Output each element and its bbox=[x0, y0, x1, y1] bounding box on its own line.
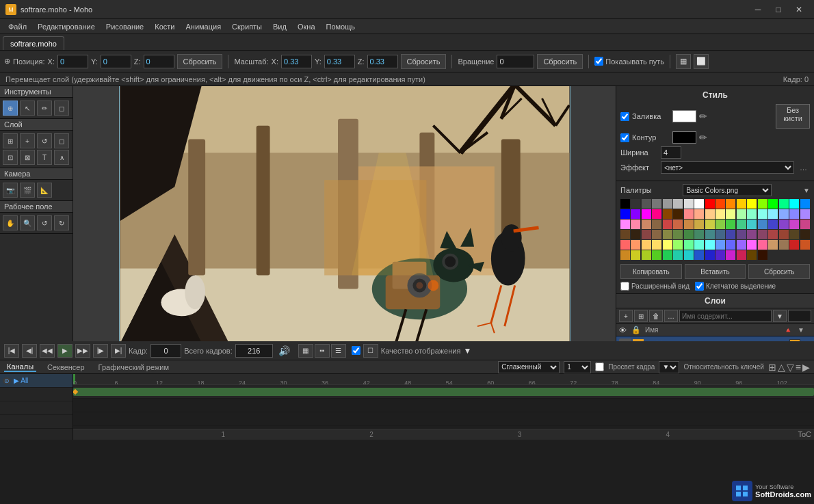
color-cell-100[interactable] bbox=[726, 250, 735, 260]
color-cell-11[interactable] bbox=[737, 199, 746, 209]
color-cell-82[interactable] bbox=[726, 240, 735, 250]
color-cell-76[interactable] bbox=[663, 240, 672, 250]
menu-edit[interactable]: Редактирование bbox=[32, 21, 101, 32]
cell-select-check[interactable]: Клетчатое выделение bbox=[695, 282, 776, 291]
menu-file[interactable]: Файл bbox=[3, 21, 32, 32]
frame-input[interactable] bbox=[150, 344, 181, 358]
color-cell-32[interactable] bbox=[768, 209, 778, 219]
color-cell-18[interactable] bbox=[620, 209, 630, 219]
color-cell-88[interactable] bbox=[789, 240, 799, 250]
z-input[interactable] bbox=[144, 55, 174, 68]
effect-more-icon[interactable]: … bbox=[797, 163, 810, 172]
fill-color-box[interactable] bbox=[672, 110, 696, 122]
extended-view-check[interactable]: Расширенный вид bbox=[620, 282, 690, 291]
reset-pos-button[interactable]: Сбросить bbox=[177, 54, 223, 69]
toolbar-icon-btn-2[interactable]: ⬜ bbox=[694, 54, 709, 69]
color-cell-36[interactable] bbox=[620, 220, 630, 229]
color-cell-5[interactable] bbox=[673, 199, 683, 209]
reset-scale-button[interactable]: Сбросить bbox=[401, 54, 447, 69]
color-cell-50[interactable] bbox=[768, 220, 778, 229]
color-cell-68[interactable] bbox=[768, 230, 778, 239]
minimize-button[interactable]: ─ bbox=[748, 3, 767, 16]
color-cell-94[interactable] bbox=[663, 250, 672, 260]
color-cell-38[interactable] bbox=[642, 220, 651, 229]
color-cell-7[interactable] bbox=[694, 199, 704, 209]
menu-anim[interactable]: Анимация bbox=[180, 21, 226, 32]
color-cell-2[interactable] bbox=[642, 199, 651, 209]
no-brush-btn[interactable]: Без кисти bbox=[776, 104, 810, 129]
menu-scripts[interactable]: Скрипты bbox=[226, 21, 267, 32]
copy-palette-button[interactable]: Копировать bbox=[620, 264, 682, 279]
tool-ws-3[interactable]: ↺ bbox=[37, 215, 52, 230]
layer-add-btn[interactable]: + bbox=[619, 310, 633, 322]
color-cell-89[interactable] bbox=[800, 240, 810, 250]
transport-back-btn[interactable]: ◀◀ bbox=[40, 344, 55, 358]
color-cell-25[interactable] bbox=[694, 209, 704, 219]
color-cell-19[interactable] bbox=[631, 209, 640, 219]
tl-icon-2[interactable]: △ bbox=[778, 362, 785, 373]
menu-windows[interactable]: Окна bbox=[292, 21, 321, 32]
layer-all-vis[interactable] bbox=[633, 339, 644, 342]
y-input[interactable] bbox=[101, 55, 131, 68]
color-cell-54[interactable] bbox=[620, 230, 630, 239]
color-cell-16[interactable] bbox=[789, 199, 799, 209]
tool-pen[interactable]: ✏ bbox=[37, 101, 52, 116]
color-cell-92[interactable] bbox=[642, 250, 651, 260]
color-cell-26[interactable] bbox=[705, 209, 715, 219]
layer-copy-btn[interactable]: ⊞ bbox=[634, 310, 648, 322]
color-cell-62[interactable] bbox=[705, 230, 715, 239]
reset-palette-button[interactable]: Сбросить bbox=[748, 264, 810, 279]
color-cell-15[interactable] bbox=[779, 199, 789, 209]
tool-layer-6[interactable]: ⊠ bbox=[20, 150, 35, 165]
color-cell-20[interactable] bbox=[642, 209, 651, 219]
color-cell-51[interactable] bbox=[779, 220, 789, 229]
color-cell-79[interactable] bbox=[694, 240, 704, 250]
tool-layer-4[interactable]: ◻ bbox=[54, 133, 69, 148]
color-cell-91[interactable] bbox=[631, 250, 640, 260]
view-btn-2[interactable]: ▪▪ bbox=[315, 344, 330, 358]
color-cell-98[interactable] bbox=[705, 250, 715, 260]
tool-cam-3[interactable]: 📐 bbox=[37, 183, 52, 198]
color-cell-52[interactable] bbox=[789, 220, 799, 229]
palette-dropdown[interactable]: Basic Colors.png bbox=[683, 184, 772, 196]
palette-arrow-icon[interactable]: ▼ bbox=[803, 187, 810, 194]
menu-help[interactable]: Помощь bbox=[321, 21, 361, 32]
view-btn-1[interactable]: ▦ bbox=[298, 344, 313, 358]
color-cell-70[interactable] bbox=[789, 230, 799, 239]
color-cell-1[interactable] bbox=[631, 199, 640, 209]
tool-layer-7[interactable]: T bbox=[37, 150, 52, 165]
color-cell-27[interactable] bbox=[715, 209, 725, 219]
tool-cam-1[interactable]: 📷 bbox=[3, 183, 18, 198]
color-cell-9[interactable] bbox=[715, 199, 725, 209]
color-cell-101[interactable] bbox=[737, 250, 746, 260]
color-cell-0[interactable] bbox=[620, 199, 630, 209]
tool-ws-4[interactable]: ↻ bbox=[54, 215, 69, 230]
color-cell-85[interactable] bbox=[758, 240, 767, 250]
color-cell-71[interactable] bbox=[800, 230, 810, 239]
color-cell-21[interactable] bbox=[652, 209, 661, 219]
color-cell-102[interactable] bbox=[747, 250, 757, 260]
color-cell-69[interactable] bbox=[779, 230, 789, 239]
color-cell-75[interactable] bbox=[652, 240, 661, 250]
color-cell-67[interactable] bbox=[758, 230, 767, 239]
color-cell-73[interactable] bbox=[631, 240, 640, 250]
layer-all-expand[interactable]: ▼ bbox=[645, 341, 653, 341]
transport-next-frame-btn[interactable]: |▶ bbox=[93, 344, 108, 358]
contour-checkbox[interactable] bbox=[620, 133, 629, 142]
color-cell-59[interactable] bbox=[673, 230, 683, 239]
color-cell-41[interactable] bbox=[673, 220, 683, 229]
color-cell-8[interactable] bbox=[705, 199, 715, 209]
color-cell-60[interactable] bbox=[684, 230, 694, 239]
color-cell-39[interactable] bbox=[652, 220, 661, 229]
color-cell-84[interactable] bbox=[747, 240, 757, 250]
menu-view[interactable]: Вид bbox=[267, 21, 292, 32]
sx-input[interactable] bbox=[281, 55, 312, 68]
maximize-button[interactable]: □ bbox=[769, 3, 788, 16]
color-cell-86[interactable] bbox=[768, 240, 778, 250]
color-cell-23[interactable] bbox=[673, 209, 683, 219]
tool-layer-2[interactable]: + bbox=[20, 133, 35, 148]
transport-fwd-btn[interactable]: ▶▶ bbox=[75, 344, 90, 358]
layer-search-input[interactable] bbox=[679, 310, 772, 322]
color-cell-97[interactable] bbox=[694, 250, 704, 260]
contour-color-box[interactable] bbox=[672, 131, 696, 144]
